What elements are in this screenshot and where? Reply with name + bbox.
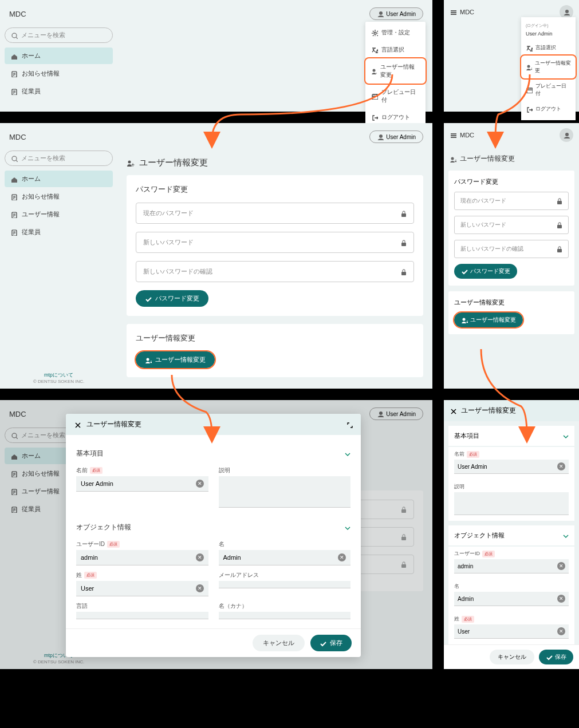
section-basic: 基本項目 [76,449,104,458]
clear-icon[interactable]: ✕ [196,584,204,592]
person-icon [377,133,384,140]
save-button[interactable]: 保存 [539,650,573,664]
pw-change-button[interactable]: パスワード変更 [136,290,208,307]
panel-desktop-page: MDC User Admin メニューを検索 ホーム お知らせ情報 ユーザー情報… [0,123,432,389]
search-input[interactable]: メニューを検索 [5,151,113,166]
label-first: 名 [219,540,224,548]
menu-previewdate[interactable]: プレビュー日付 [365,84,426,109]
home-icon [10,53,17,60]
person-icon [377,10,384,17]
save-button[interactable]: 保存 [310,635,352,651]
menu-icon[interactable] [450,132,456,139]
search-input[interactable]: メニューを検索 [5,27,113,43]
pw-confirm-input[interactable]: 新しいパスワードの確認 [454,240,569,258]
userchange-icon [461,316,468,323]
close-icon[interactable] [74,421,81,428]
userchange-icon [127,159,135,167]
sidebar-item-employee[interactable]: 従業員 [5,224,113,240]
lock-icon [556,197,562,204]
sidebar-item-notice[interactable]: お知らせ情報 [5,65,113,82]
input-first[interactable]: Admin✕ [454,592,569,606]
menu-icon[interactable] [450,9,456,15]
sidebar-item-notice[interactable]: お知らせ情報 [5,188,113,205]
label-name: 名前 [76,466,88,474]
user-menu-chip[interactable]: User Admin [369,7,423,20]
doc-icon [10,88,17,95]
expand-icon[interactable] [346,421,353,428]
ui-change-button[interactable]: ユーザー情報変更 [136,351,215,368]
clear-icon[interactable]: ✕ [196,480,204,488]
chevron-down-icon[interactable] [562,433,569,440]
menu-lang[interactable]: 言語選択 [521,40,576,56]
pw-current-input[interactable]: 現在のパスワード [454,192,569,210]
label-lang: 言語 [76,602,88,610]
lang-icon [526,45,533,52]
clear-icon[interactable]: ✕ [196,553,204,561]
input-name[interactable]: User Admin✕ [454,460,569,474]
menu-admin[interactable]: 管理・設定 [365,24,426,41]
menu-logout[interactable]: ログアウト [521,101,576,117]
sidebar-item-userinfo[interactable]: ユーザー情報 [5,206,113,223]
clear-icon[interactable]: ✕ [557,595,565,603]
menu-userchange[interactable]: ユーザー情報変更 [365,58,426,84]
logout-icon [371,114,378,121]
chevron-down-icon[interactable] [344,450,350,457]
close-icon[interactable] [450,407,456,414]
clear-icon[interactable]: ✕ [557,627,565,635]
page-title: ユーザー情報変更 [444,147,579,171]
app-logo: MDC [9,133,26,141]
cancel-button[interactable]: キャンセル [253,635,305,651]
clear-icon[interactable]: ✕ [557,562,565,570]
input-email[interactable] [219,581,351,588]
check-icon [320,640,326,647]
required-badge: 必須 [90,467,103,474]
menu-lang[interactable]: 言語選択 [365,41,426,58]
dialog-title: ユーザー情報変更 [461,406,516,416]
clear-icon[interactable]: ✕ [338,553,346,561]
app-logo: MDC [9,10,26,18]
input-userid[interactable]: admin✕ [454,559,569,573]
chevron-down-icon[interactable] [562,532,569,539]
section-object: オブジェクト情報 [454,531,505,540]
pw-change-button[interactable]: パスワード変更 [454,264,517,279]
pw-confirm-input[interactable]: 新しいパスワードの確認 [136,261,414,282]
menu-previewdate[interactable]: プレビュー日付 [521,78,576,101]
label-desc: 説明 [219,466,230,474]
input-desc[interactable] [219,476,351,508]
required-badge: 必須 [482,551,495,557]
pw-current-input[interactable]: 現在のパスワード [136,203,414,224]
input-lang[interactable] [76,612,208,619]
cancel-button[interactable]: キャンセル [490,650,534,664]
user-avatar[interactable] [560,128,573,142]
dialog-title: ユーザー情報変更 [86,420,141,429]
userchange-icon [526,64,532,70]
sidebar-item-employee[interactable]: 従業員 [5,83,113,100]
input-userid[interactable]: admin✕ [76,550,208,565]
footer-about[interactable]: mtpについて [0,371,117,379]
label-userid: ユーザーID [76,540,105,548]
label-last: 姓 [454,615,459,623]
panel-desktop-menu: MDC User Admin メニューを検索 ホーム お知らせ情報 従業員 管理… [0,0,432,112]
mobile-user-dropdown: (ログイン中) User Admin 言語選択 ユーザー情報変更 プレビュー日付… [521,17,576,120]
required-badge: 必須 [462,616,474,623]
clear-icon[interactable]: ✕ [557,462,565,470]
menu-userchange[interactable]: ユーザー情報変更 [521,56,576,78]
input-first[interactable]: Admin✕ [219,550,351,565]
sidebar-item-home[interactable]: ホーム [5,48,113,64]
input-name[interactable]: User Admin✕ [76,476,208,492]
user-menu-chip[interactable]: User Admin [369,130,423,143]
userchange-icon [145,357,152,363]
label-first-kana: 名（カナ） [219,602,247,610]
required-badge: 必須 [467,451,479,458]
sidebar-item-home[interactable]: ホーム [5,171,113,187]
input-desc[interactable] [454,492,569,515]
input-first-kana[interactable] [219,612,351,619]
pw-new-input[interactable]: 新しいパスワード [136,232,414,253]
panel-mobile-dialog: ユーザー情報変更 基本項目 名前必須 User Admin✕ 説明 オブジェクト… [444,400,579,669]
input-last[interactable]: User✕ [76,581,208,596]
chevron-down-icon[interactable] [344,524,350,531]
ui-change-button[interactable]: ユーザー情報変更 [454,312,523,327]
section-object: オブジェクト情報 [76,523,131,532]
input-last[interactable]: User✕ [454,624,569,639]
pw-new-input[interactable]: 新しいパスワード [454,216,569,234]
